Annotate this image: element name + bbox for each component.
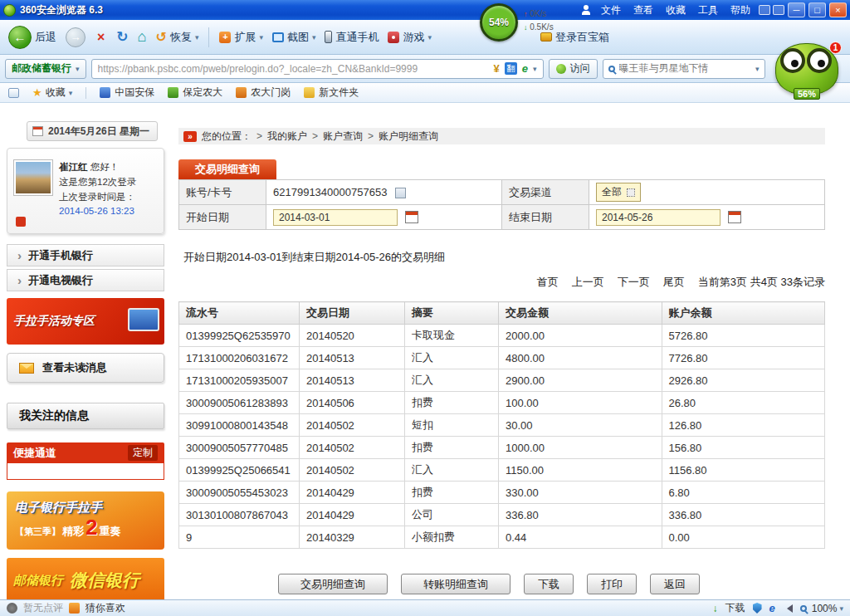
forward-arrow-icon: → bbox=[66, 27, 85, 47]
skin-icon[interactable] bbox=[759, 5, 770, 15]
visit-button[interactable]: 访问 bbox=[549, 59, 598, 79]
titlebar-menu-item[interactable]: 工具 bbox=[692, 2, 724, 19]
first-page-link[interactable]: 首页 bbox=[537, 275, 559, 290]
bookmark-item[interactable]: 新文件夹 bbox=[304, 86, 359, 100]
chevron-down-icon: ▾ bbox=[839, 604, 843, 613]
location-icon: » bbox=[183, 131, 197, 142]
home-button[interactable]: ⌂ bbox=[134, 27, 150, 47]
games-button[interactable]: 游戏 ▾ bbox=[384, 28, 435, 46]
titlebar-menu-item[interactable]: 帮助 bbox=[725, 2, 756, 19]
breadcrumb-my-account[interactable]: 我的账户 bbox=[267, 130, 307, 144]
download-manager-button[interactable]: 下载 bbox=[725, 601, 745, 615]
account-detail-icon[interactable] bbox=[395, 188, 406, 198]
search-dropdown-icon[interactable]: ▾ bbox=[755, 65, 760, 73]
bookmark-item[interactable]: 中国安保 bbox=[100, 86, 154, 100]
cell-serial-number: 01399925Q25066541 bbox=[179, 459, 300, 482]
start-date-label: 开始日期 bbox=[179, 205, 266, 230]
table-row: 30009005055453023 20140429 扣费 330.00 6.8… bbox=[179, 482, 825, 504]
back-button[interactable]: ← 后退 bbox=[5, 24, 60, 51]
followed-info-header[interactable]: 我关注的信息 bbox=[7, 403, 164, 429]
quick-channel-label: 便捷通道 bbox=[13, 446, 56, 461]
ie-mode-icon[interactable]: e bbox=[522, 62, 528, 75]
restore-session-button[interactable]: ↺ 恢复 ▾ bbox=[152, 27, 202, 46]
site-review-icon[interactable] bbox=[7, 603, 17, 614]
ebank-ad-banner[interactable]: 电子银行手拉手 【第三季】 精彩 2 重奏 bbox=[7, 491, 164, 550]
account-icon[interactable] bbox=[581, 5, 591, 15]
chevron-right-icon: › bbox=[17, 249, 22, 262]
unread-messages-button[interactable]: 查看未读消息 bbox=[7, 353, 164, 383]
recommend-icon[interactable] bbox=[69, 603, 80, 614]
cell-amount: 336.80 bbox=[499, 504, 662, 526]
return-button[interactable]: 返回 bbox=[650, 574, 700, 594]
prev-page-link[interactable]: 上一页 bbox=[572, 275, 604, 290]
direct-phone-button[interactable]: 直通手机 bbox=[321, 28, 382, 46]
start-date-cell: 2014-03-01 bbox=[266, 205, 502, 230]
transaction-detail-query-button[interactable]: 交易明细查询 bbox=[278, 574, 388, 594]
menu-label: 开通电视银行 bbox=[28, 273, 93, 288]
refresh-icon: ↻ bbox=[116, 28, 128, 46]
channel-select[interactable]: 全部 bbox=[596, 183, 641, 202]
no-reviews-label[interactable]: 暂无点评 bbox=[23, 601, 63, 615]
close-button[interactable]: × bbox=[829, 2, 847, 17]
print-button[interactable]: 打印 bbox=[587, 574, 637, 594]
titlebar-menu-item[interactable]: 收藏 bbox=[660, 2, 691, 19]
bookmark-item[interactable]: 保定农大 bbox=[168, 86, 222, 100]
query-form: 账号/卡号 6217991340000757653 交易渠道 全部 开始日期 bbox=[178, 179, 825, 230]
start-date-calendar-icon[interactable] bbox=[405, 211, 418, 223]
ad-line1: 电子银行手拉手 bbox=[15, 500, 156, 516]
site-identity-button[interactable]: 邮政储蓄银行 ▾ bbox=[5, 59, 86, 79]
browser-mascot[interactable]: 56% 1 bbox=[770, 42, 843, 100]
bookmark-item[interactable]: 农大门岗 bbox=[236, 86, 291, 100]
last-page-link[interactable]: 尾页 bbox=[663, 275, 685, 290]
main-content: » 您的位置： > 我的账户 > 账户查询 > 账户明细查询 交易明细查询 账号… bbox=[178, 128, 825, 594]
menu-label: 开通手机银行 bbox=[28, 248, 93, 263]
stop-button[interactable]: × bbox=[91, 28, 110, 46]
url-dropdown-icon[interactable]: ▾ bbox=[533, 65, 537, 73]
forward-button[interactable]: → bbox=[62, 26, 89, 49]
breadcrumb-current-page: 账户明细查询 bbox=[379, 130, 438, 144]
cell-transaction-date: 20140329 bbox=[300, 526, 405, 549]
screenshot-button[interactable]: 截图 ▾ bbox=[269, 28, 320, 46]
cell-balance: 156.80 bbox=[662, 437, 825, 459]
cell-balance: 7726.80 bbox=[662, 347, 825, 369]
breadcrumb-account-query[interactable]: 账户查询 bbox=[323, 130, 363, 144]
minimize-button[interactable]: ─ bbox=[788, 2, 805, 17]
feedback-icon[interactable] bbox=[773, 5, 784, 15]
search-input[interactable]: 曝王菲与男星地下情 ▾ bbox=[603, 59, 765, 79]
activity-banner[interactable]: 手拉手活动专区 bbox=[7, 298, 164, 345]
tab-transaction-detail-query[interactable]: 交易明细查询 bbox=[178, 159, 276, 179]
speed-gauge[interactable]: 54% bbox=[480, 3, 518, 42]
sidebar-panel-icon[interactable] bbox=[8, 88, 19, 98]
shopping-assistant-icon[interactable]: ¥ bbox=[494, 62, 500, 75]
end-date-calendar-icon[interactable] bbox=[728, 211, 741, 223]
zoom-control[interactable]: 100% ▾ bbox=[800, 603, 843, 614]
refresh-button[interactable]: ↻ bbox=[113, 27, 131, 47]
cell-transaction-date: 20140429 bbox=[300, 504, 405, 526]
next-page-link[interactable]: 下一页 bbox=[618, 275, 650, 290]
end-date-input[interactable]: 2014-05-26 bbox=[596, 209, 721, 226]
browser-engine-icon[interactable]: e bbox=[769, 602, 775, 614]
customize-link[interactable]: 定制 bbox=[128, 445, 158, 461]
breadcrumb-separator: > bbox=[256, 130, 262, 142]
url-input[interactable]: https://pbank.psbc.com/pweb/prelogin.do?… bbox=[91, 59, 544, 79]
download-button[interactable]: 下载 bbox=[524, 574, 574, 594]
logout-icon[interactable] bbox=[16, 217, 26, 227]
sidebar-item-tv-banking[interactable]: › 开通电视银行 bbox=[7, 269, 164, 291]
page-info: 当前第3页 共4页 33条记录 bbox=[698, 275, 825, 290]
security-shield-icon[interactable] bbox=[753, 603, 762, 614]
speaker-icon[interactable] bbox=[783, 604, 793, 613]
start-date-input[interactable]: 2014-03-01 bbox=[273, 209, 398, 226]
wechat-ad-banner[interactable]: 邮储银行 微信银行 bbox=[7, 558, 164, 599]
cell-balance: 0.00 bbox=[662, 526, 825, 549]
titlebar-menu-item[interactable]: 查看 bbox=[628, 2, 659, 19]
sidebar-item-mobile-banking[interactable]: › 开通手机银行 bbox=[7, 244, 164, 266]
guess-you-like-label[interactable]: 猜你喜欢 bbox=[85, 601, 125, 615]
transfer-detail-query-button[interactable]: 转账明细查询 bbox=[401, 574, 510, 594]
cell-amount: 1150.00 bbox=[499, 459, 662, 482]
favorites-menu-button[interactable]: ★ 收藏 ▾ bbox=[32, 86, 72, 100]
maximize-button[interactable]: □ bbox=[808, 2, 826, 17]
extensions-button[interactable]: + 扩展 ▾ bbox=[216, 28, 266, 46]
titlebar-menu-item[interactable]: 文件 bbox=[595, 2, 627, 19]
translate-icon[interactable]: 翻 bbox=[505, 62, 517, 75]
channel-selected-value: 全部 bbox=[602, 185, 622, 199]
